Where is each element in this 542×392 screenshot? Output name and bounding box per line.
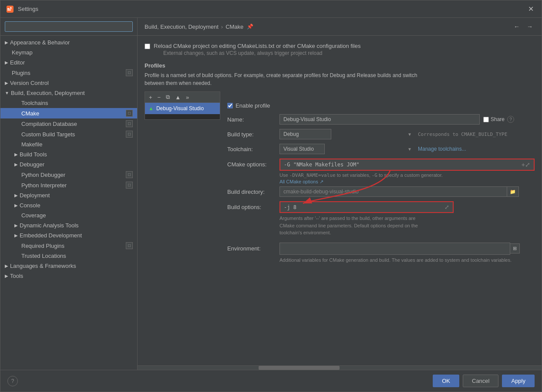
build-options-input[interactable] [284,204,443,210]
sidebar-item-keymap[interactable]: Keymap [0,47,137,57]
profile-item-debug[interactable]: ▲ Debug-Visual Studio [145,103,220,114]
panel-body: Reload CMake project on editing CMakeLis… [138,36,542,365]
sidebar-item-label: Toolchains [21,100,48,106]
search-box [0,18,137,36]
cmake-hint1: Use -DVAR_NAME=value to set variables, -… [279,172,535,178]
sidebar-item-editor[interactable]: ▶ Editor [0,57,137,68]
apply-button[interactable]: Apply [502,375,535,387]
sidebar-item-deployment[interactable]: ▶ Deployment [0,190,137,200]
sidebar-item-label: Debugger [20,161,44,168]
sidebar-item-embedded-dev[interactable]: ▶ Embedded Development [0,230,137,240]
expand-icon: ▶ [14,233,18,238]
name-row: Name: Share ? [227,114,535,125]
build-options-input-wrapper: ⤢ [279,201,454,213]
build-type-select[interactable]: Debug Release RelWithDebInfo MinSizeRel [279,129,331,139]
sidebar-badge: □ [126,182,133,189]
enable-profile-label: Enable profile [236,102,270,109]
build-dir-label: Build directory: [227,189,279,195]
remove-profile-btn[interactable]: − [155,93,163,101]
horizontal-scrollbar[interactable] [138,365,542,370]
reload-hint: External changes, such as VCS update, al… [163,50,360,56]
select-arrow-icon: ▼ [407,132,412,137]
breadcrumb-separator: › [221,24,223,30]
sidebar-item-label: Build, Execution, Deployment [11,90,85,96]
profile-name-label: Debug-Visual Studio [156,105,204,112]
share-help-btn[interactable]: ? [507,116,514,123]
sidebar-item-compilation-db[interactable]: Compilation Database □ [0,118,137,129]
sidebar-item-custom-build[interactable]: Custom Build Targets □ [0,129,137,139]
sidebar-item-appearance[interactable]: ▶ Appearance & Behavior [0,37,137,47]
manage-toolchains-link[interactable]: Manage toolchains... [418,146,466,152]
svg-rect-1 [7,8,10,9]
footer-buttons: OK Cancel Apply [433,375,535,387]
all-cmake-options-link[interactable]: All CMake options ↗ [279,179,535,185]
expand-icon: ▶ [14,193,18,198]
expand-icon: ▶ [5,60,8,65]
share-checkbox[interactable] [483,117,489,122]
sidebar-item-python-interpreter[interactable]: Python Interpreter □ [0,180,137,190]
sidebar-item-label: Coverage [21,212,46,219]
environment-label: Environment: [227,245,279,252]
sidebar-item-trusted-locations[interactable]: Trusted Locations [0,251,137,261]
sidebar-item-label: Plugins [12,70,30,76]
sidebar-item-label: Custom Build Targets [21,131,75,138]
move-up-btn[interactable]: ▲ [173,93,183,101]
sidebar-item-label: Version Control [10,80,49,86]
share-label: Share [491,116,505,122]
sidebar-item-python-debugger[interactable]: Python Debugger □ [0,169,137,180]
sidebar-item-label: CMake [21,110,39,117]
cmake-icon: ▲ [148,105,154,112]
sidebar-item-console[interactable]: ▶ Console [0,200,137,210]
sidebar-item-languages[interactable]: ▶ Languages & Frameworks [0,261,137,271]
env-edit-btn[interactable]: ⊞ [510,243,520,253]
cmake-options-fullscreen-btn[interactable]: ⤢ [525,161,530,168]
sidebar-item-version-control[interactable]: ▶ Version Control [0,78,137,88]
sidebar-badge: □ [126,171,133,178]
sidebar-item-plugins[interactable]: Plugins □ [0,68,137,78]
sidebar-item-toolchains[interactable]: Toolchains [0,98,137,108]
sidebar-item-tools[interactable]: ▶ Tools [0,271,137,281]
build-type-row: Build type: Debug Release RelWithDebInfo… [227,129,535,139]
enable-profile-checkbox[interactable] [227,103,233,108]
ok-button[interactable]: OK [433,375,459,387]
sidebar-item-label: Makefile [21,141,42,148]
share-section: Share ? [483,116,514,123]
more-btn[interactable]: » [184,93,191,101]
browse-btn[interactable]: 📁 [507,186,519,197]
close-button[interactable]: ✕ [525,4,536,14]
build-dir-input[interactable] [279,186,507,197]
toolchain-select[interactable]: Visual Studio Default [279,144,325,154]
profiles-section-label: Profiles [145,62,535,69]
forward-button[interactable]: → [525,22,535,31]
toolchain-label: Toolchain: [227,146,279,152]
sidebar-item-required-plugins[interactable]: Required Plugins □ [0,240,137,251]
profile-layout: ▲ Debug-Visual Studio Enable profile [145,102,535,268]
help-button[interactable]: ? [7,376,18,386]
search-input[interactable] [5,21,133,32]
sidebar-badge: □ [126,69,133,76]
sidebar-item-debugger[interactable]: ▶ Debugger [0,159,137,169]
cmake-options-expand-btn[interactable]: + [522,161,525,168]
back-button[interactable]: ← [512,22,522,31]
reload-label: Reload CMake project on editing CMakeLis… [154,43,360,49]
sidebar-item-cmake[interactable]: CMake □ [0,108,137,118]
cancel-button[interactable]: Cancel [463,375,498,387]
sidebar-item-build-tools[interactable]: ▶ Build Tools [0,149,137,159]
scrollbar-thumb[interactable] [259,366,340,370]
sidebar-item-label: Build Tools [20,151,47,158]
sidebar-item-build-exec-deploy[interactable]: ▼ Build, Execution, Deployment [0,88,137,98]
expand-icon: ▶ [5,40,8,45]
sidebar-item-dynamic-analysis[interactable]: ▶ Dynamic Analysis Tools [0,220,137,230]
add-profile-btn[interactable]: + [147,93,155,101]
name-input[interactable] [279,114,480,125]
environment-input-wrapper: ⊞ [279,243,535,255]
environment-input[interactable] [279,243,510,255]
sidebar-item-coverage[interactable]: Coverage [0,210,137,220]
sidebar-item-label: Compilation Database [21,121,77,127]
settings-form: Enable profile Name: Share [220,102,535,268]
copy-profile-btn[interactable]: ⧉ [164,93,172,101]
reload-checkbox[interactable] [145,44,150,49]
profile-list: ▲ Debug-Visual Studio [145,102,220,120]
cmake-options-input[interactable] [284,162,522,168]
sidebar-item-makefile[interactable]: Makefile [0,139,137,149]
